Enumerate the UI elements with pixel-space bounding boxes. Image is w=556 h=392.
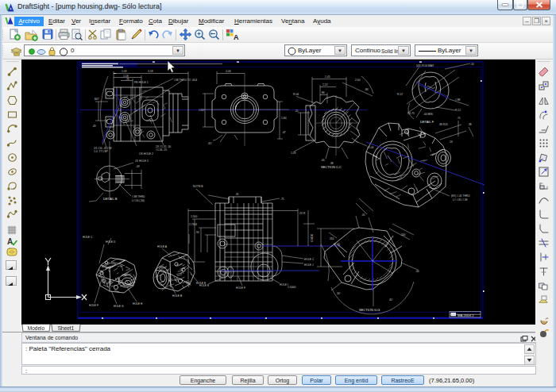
svg-text:HOLE J: HOLE J: [304, 263, 314, 267]
svg-text:#38 THRU TO .604: #38 THRU TO .604: [174, 79, 197, 82]
svg-text:.38: .38: [468, 123, 472, 126]
svg-text:HOLE F: HOLE F: [89, 304, 98, 307]
svg-text:HOLE C: HOLE C: [83, 236, 93, 239]
svg-text:HOLE B: HOLE B: [172, 294, 183, 298]
svg-text:A: A: [234, 33, 239, 41]
svg-text:2.60: 2.60: [355, 79, 361, 82]
svg-text:SECTION C-C: SECTION C-C: [321, 165, 342, 169]
svg-text:1.45: 1.45: [325, 75, 330, 79]
svg-text:(8X) #.41 THRU: (8X) #.41 THRU: [451, 194, 470, 198]
svg-text:.86: .86: [321, 91, 325, 94]
svg-text:#1.56 .25: #1.56 .25: [156, 148, 167, 152]
svg-text:SECTION G-G: SECTION G-G: [359, 308, 380, 312]
svg-text:.06: .06: [415, 270, 419, 273]
svg-text:L# #.81 #.38: L# #.81 #.38: [453, 198, 467, 202]
svg-text:.05: .05: [321, 159, 325, 162]
svg-text:2X: 2X: [450, 140, 454, 144]
svg-text:2X HOLE 3: 2X HOLE 3: [135, 159, 149, 163]
svg-text:1.84: 1.84: [281, 117, 287, 120]
svg-text:.49: .49: [92, 125, 96, 128]
svg-text:.316: .316: [329, 237, 334, 240]
svg-text:HOLE H: HOLE H: [133, 302, 143, 306]
svg-text:R1.75: R1.75: [407, 112, 415, 115]
svg-text:.10: .10: [470, 63, 474, 66]
svg-text:1.09: 1.09: [122, 70, 127, 73]
svg-text:R.12: R.12: [397, 93, 403, 96]
svg-text:HOLE A: HOLE A: [157, 245, 168, 248]
svg-text:NOTE B: NOTE B: [193, 185, 203, 188]
svg-text:.21: .21: [295, 110, 299, 113]
svg-text:.09: .09: [136, 165, 140, 168]
svg-text:.31: .31: [235, 193, 239, 196]
svg-text:HOLE F: HOLE F: [236, 286, 245, 290]
svg-text:3.18: 3.18: [148, 70, 153, 73]
svg-text:.100: .100: [400, 233, 406, 236]
svg-text:DETAIL B: DETAIL B: [103, 197, 118, 201]
svg-text:.75: .75: [280, 198, 284, 201]
svg-text:MA-2004 2: MA-2004 2: [458, 313, 474, 317]
svg-text:48 R24: 48 R24: [439, 123, 448, 126]
svg-text:DETAIL F: DETAIL F: [420, 120, 434, 124]
svg-text:.94: .94: [195, 231, 199, 234]
svg-text:2.06: 2.06: [226, 70, 231, 73]
svg-text:.847: .847: [94, 98, 99, 101]
svg-text:HOLE C: HOLE C: [304, 258, 315, 261]
svg-text:R.04: R.04: [293, 93, 299, 96]
svg-text:.75: .75: [457, 117, 461, 120]
svg-text:1.0 .77 LSP: 1.0 .77 LSP: [94, 150, 108, 153]
svg-text:1.09: 1.09: [291, 152, 296, 155]
svg-text:34°: 34°: [337, 292, 342, 295]
svg-text:HOLE G: HOLE G: [114, 305, 124, 308]
svg-text:HOLE E: HOLE E: [196, 282, 207, 285]
svg-text:R.05: R.05: [334, 243, 340, 246]
svg-text:.84: .84: [365, 88, 369, 91]
svg-text:.76: .76: [125, 78, 129, 81]
svg-text:R.12: R.12: [455, 109, 461, 112]
svg-text:1.500: 1.500: [191, 215, 197, 218]
svg-text:HOLE D: HOLE D: [106, 240, 116, 244]
svg-text:(4X) R.04 MAX: (4X) R.04 MAX: [416, 64, 434, 67]
svg-text:2X R: 2X R: [299, 212, 306, 215]
svg-text:2.7304: 2.7304: [189, 223, 197, 226]
svg-text:#.88: #.88: [455, 98, 461, 102]
svg-text:A: A: [7, 237, 13, 246]
svg-text:1.22: 1.22: [322, 83, 328, 86]
svg-text:45°: 45°: [208, 142, 213, 145]
svg-text:.47: .47: [282, 131, 286, 134]
svg-text:1.5000: 1.5000: [288, 286, 295, 289]
svg-text:L#.56 (.34): L#.56 (.34): [132, 199, 145, 202]
svg-text:#.88 THRU: #.88 THRU: [132, 195, 145, 198]
svg-text:.05: .05: [361, 213, 365, 217]
svg-text:4.4430: 4.4430: [311, 234, 314, 242]
svg-text:OK HOLE 2: OK HOLE 2: [139, 152, 153, 156]
svg-text:PE HOLE 1: PE HOLE 1: [134, 81, 149, 84]
svg-text:.04 MIN: .04 MIN: [423, 113, 433, 116]
svg-text:1.12: 1.12: [199, 109, 204, 112]
svg-text:45°: 45°: [389, 298, 394, 302]
